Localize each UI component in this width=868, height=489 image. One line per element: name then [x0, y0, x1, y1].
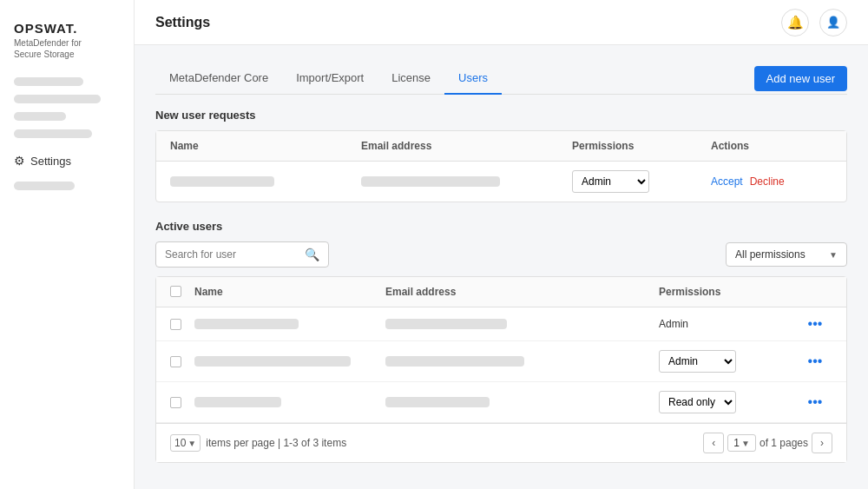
content-area: MetaDefender Core Import/Export License …	[135, 45, 868, 489]
page-chevron: ▼	[741, 439, 750, 448]
main-content: Settings 🔔 👤 MetaDefender Core Import/Ex…	[135, 0, 868, 489]
page-number-select[interactable]: 1 ▼	[727, 434, 756, 452]
page-title: Settings	[155, 15, 210, 30]
page-navigation: ‹ 1 ▼ of 1 pages ›	[703, 433, 832, 453]
row3-checkbox[interactable]	[170, 397, 194, 408]
new-user-requests-title: New user requests	[155, 109, 847, 122]
total-pages: of 1 pages	[760, 437, 808, 449]
active-user-row-2: Admin Read only •••	[156, 341, 846, 382]
permissions-filter-dropdown[interactable]: All permissions ▼	[726, 242, 847, 267]
active-users-title: Active users	[155, 220, 222, 233]
accept-button[interactable]: Accept	[711, 175, 743, 188]
tab-users[interactable]: Users	[444, 63, 502, 95]
prev-page-button[interactable]: ‹	[703, 433, 724, 453]
gear-icon: ⚙	[14, 154, 25, 168]
row2-name	[194, 356, 385, 367]
active-users-header-row: Name Email address Permissions	[156, 277, 846, 307]
logo-sub: MetaDefender forSecure Storage	[14, 37, 120, 60]
col-head-email-active: Email address	[385, 286, 659, 298]
tabs-bar: MetaDefender Core Import/Export License …	[155, 63, 847, 95]
sidebar: OPSWAT. MetaDefender forSecure Storage ⚙…	[0, 0, 135, 489]
sidebar-skeleton-2	[14, 95, 101, 103]
active-user-row-3: Read only Admin •••	[156, 382, 846, 423]
row1-permission: Admin	[659, 318, 798, 330]
items-per-page-chevron: ▼	[187, 439, 196, 448]
col-head-permissions-active: Permissions	[659, 286, 798, 298]
active-user-row-1: Admin •••	[156, 307, 846, 341]
logo-text: OPSWAT.	[14, 21, 120, 36]
user-icon: 👤	[826, 16, 840, 29]
sidebar-skeleton-5	[14, 182, 75, 190]
row1-name	[194, 319, 385, 329]
permission-dropdown-request[interactable]: Admin Read only	[572, 170, 649, 193]
row1-checkbox[interactable]	[170, 319, 194, 330]
items-info: items per page | 1-3 of 3 items	[206, 437, 346, 449]
header: Settings 🔔 👤	[135, 0, 868, 45]
row2-more-button[interactable]: •••	[798, 354, 832, 369]
request-name-skeleton	[170, 176, 361, 187]
row3-email	[385, 397, 659, 407]
search-icon: 🔍	[305, 248, 319, 261]
row3-more-button[interactable]: •••	[798, 394, 832, 410]
bell-icon: 🔔	[787, 15, 804, 30]
sidebar-skeleton-3	[14, 112, 66, 121]
tab-metadefender-core[interactable]: MetaDefender Core	[155, 63, 282, 95]
col-head-name: Name	[170, 140, 361, 152]
col-head-actions: Actions	[711, 140, 832, 152]
tab-license[interactable]: License	[378, 63, 444, 95]
row3-name	[194, 397, 385, 407]
active-users-controls: 🔍 All permissions ▼	[155, 241, 847, 268]
decline-button[interactable]: Decline	[750, 175, 785, 188]
page-size-control: 10 ▼ items per page | 1-3 of 3 items	[170, 434, 346, 452]
new-user-request-row: Admin Read only Accept Decline	[156, 162, 846, 202]
active-users-header: Active users	[155, 220, 847, 233]
row1-more-button[interactable]: •••	[798, 316, 832, 332]
select-all-checkbox[interactable]	[170, 286, 194, 298]
tabs: MetaDefender Core Import/Export License …	[155, 63, 502, 94]
col-head-permissions: Permissions	[572, 140, 711, 152]
sidebar-skeleton-4	[14, 129, 92, 138]
tab-import-export[interactable]: Import/Export	[282, 63, 378, 95]
settings-label: Settings	[30, 155, 71, 168]
new-user-requests-header: Name Email address Permissions Actions	[156, 131, 846, 162]
search-box[interactable]: 🔍	[155, 241, 329, 268]
current-page: 1	[733, 437, 740, 449]
row2-permission-select[interactable]: Admin Read only	[659, 350, 798, 373]
chevron-down-icon: ▼	[829, 250, 838, 260]
user-profile-button[interactable]: 👤	[819, 9, 847, 36]
row1-email	[385, 319, 659, 329]
items-per-page-select[interactable]: 10 ▼	[170, 434, 201, 452]
request-email-skeleton	[361, 176, 572, 187]
items-per-page-value: 10	[174, 437, 186, 449]
new-user-requests-table: Name Email address Permissions Actions A…	[155, 130, 847, 202]
row2-checkbox[interactable]	[170, 356, 194, 367]
filter-label: All permissions	[735, 248, 806, 261]
col-head-name-active: Name	[194, 286, 385, 298]
request-actions: Accept Decline	[711, 175, 832, 188]
sidebar-item-settings[interactable]: ⚙ Settings	[0, 149, 134, 173]
sidebar-logo: OPSWAT. MetaDefender forSecure Storage	[0, 14, 134, 77]
row2-permission-dropdown[interactable]: Admin Read only	[659, 350, 736, 373]
next-page-button[interactable]: ›	[812, 433, 832, 453]
request-permission-select[interactable]: Admin Read only	[572, 170, 711, 193]
pagination: 10 ▼ items per page | 1-3 of 3 items ‹ 1…	[156, 423, 846, 462]
search-input[interactable]	[165, 248, 299, 261]
active-users-table: Name Email address Permissions Admin •••	[155, 276, 847, 463]
row3-permission-select[interactable]: Read only Admin	[659, 391, 798, 413]
notification-bell-button[interactable]: 🔔	[781, 9, 809, 36]
col-head-actions-active	[798, 286, 832, 298]
col-head-email: Email address	[361, 140, 572, 152]
sidebar-skeleton-1	[14, 77, 83, 86]
header-icons: 🔔 👤	[781, 9, 847, 36]
row2-email	[385, 356, 659, 367]
add-new-user-button[interactable]: Add new user	[754, 66, 848, 91]
row3-permission-dropdown[interactable]: Read only Admin	[659, 391, 736, 413]
